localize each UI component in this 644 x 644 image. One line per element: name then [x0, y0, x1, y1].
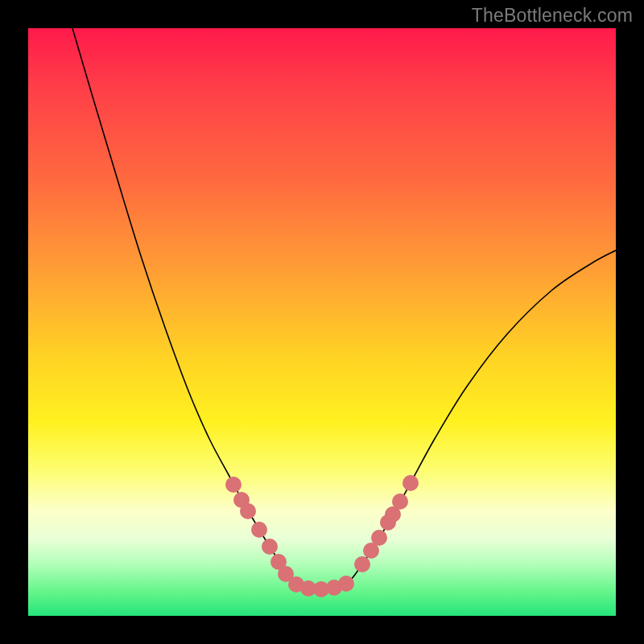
data-point — [225, 477, 242, 493]
chart-frame: TheBottleneck.com — [0, 0, 644, 644]
data-point — [402, 475, 419, 491]
data-point — [251, 522, 267, 538]
data-point — [392, 493, 408, 510]
watermark-text: TheBottleneck.com — [472, 5, 633, 27]
data-point — [262, 539, 278, 555]
data-point — [338, 576, 354, 592]
curve-group — [72, 28, 616, 589]
plot-area — [28, 28, 616, 616]
bottleneck-curve — [72, 28, 616, 589]
data-point — [371, 530, 387, 546]
data-point — [240, 503, 256, 519]
data-point — [354, 556, 370, 572]
chart-svg — [28, 28, 616, 616]
dots-group — [225, 475, 419, 597]
